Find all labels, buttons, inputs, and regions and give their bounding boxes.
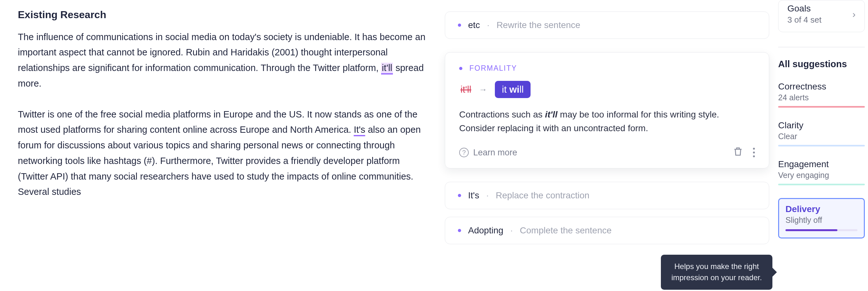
suggestion-hint: Complete the sentence bbox=[520, 225, 612, 236]
metric-clarity[interactable]: Clarity Clear bbox=[778, 120, 865, 147]
suggestion-hint: Rewrite the sentence bbox=[496, 20, 580, 30]
suggestion-hint: Replace the contraction bbox=[496, 190, 589, 201]
metric-delivery[interactable]: Delivery Slightly off bbox=[778, 198, 865, 238]
goals-subtitle: 3 of 4 set bbox=[787, 15, 822, 25]
highlight-itll[interactable]: it'll bbox=[381, 63, 393, 74]
replacement-chip[interactable]: it will bbox=[495, 81, 531, 98]
kebab-dot-icon bbox=[753, 152, 755, 154]
more-options-button[interactable] bbox=[753, 148, 755, 157]
goals-title: Goals bbox=[787, 3, 822, 14]
suggestion-word: Adopting bbox=[468, 225, 503, 236]
metric-title: Delivery bbox=[785, 204, 858, 214]
dismiss-button[interactable] bbox=[733, 146, 743, 159]
trash-icon bbox=[733, 146, 743, 157]
suggestion-card-its[interactable]: It's · Replace the contraction bbox=[445, 182, 769, 209]
metric-title: Correctness bbox=[778, 82, 865, 92]
category-label: FORMALITY bbox=[469, 64, 517, 73]
bullet-icon bbox=[458, 194, 461, 197]
p1-text-a: The influence of communications in socia… bbox=[18, 32, 425, 73]
metric-subtitle: Very engaging bbox=[778, 171, 865, 180]
kebab-dot-icon bbox=[753, 148, 755, 150]
bullet-icon bbox=[458, 229, 461, 232]
goals-card[interactable]: Goals 3 of 4 set › bbox=[778, 0, 865, 32]
suggestions-pane: etc · Rewrite the sentence FORMALITY it'… bbox=[445, 0, 769, 291]
original-text: it'll bbox=[460, 84, 471, 95]
metric-bar bbox=[785, 229, 858, 231]
metric-correctness[interactable]: Correctness 24 alerts bbox=[778, 82, 865, 108]
arrow-icon: → bbox=[479, 85, 487, 95]
bullet-icon bbox=[459, 67, 462, 70]
metric-subtitle: Slightly off bbox=[785, 216, 858, 225]
divider bbox=[778, 47, 865, 47]
section-heading: Existing Research bbox=[18, 6, 427, 24]
suggestion-word: It's bbox=[468, 190, 479, 201]
document-pane: Existing Research The influence of commu… bbox=[0, 0, 445, 291]
learn-more-link[interactable]: ? Learn more bbox=[459, 148, 517, 158]
metric-subtitle: 24 alerts bbox=[778, 93, 865, 102]
explanation-text: Contractions such as it'll may be too in… bbox=[459, 108, 755, 135]
metric-subtitle: Clear bbox=[778, 132, 865, 141]
metric-bar-fill bbox=[785, 229, 837, 231]
separator: · bbox=[510, 225, 513, 236]
suggestion-word: etc bbox=[468, 20, 480, 30]
chevron-right-icon: › bbox=[852, 9, 856, 20]
paragraph-1[interactable]: The influence of communications in socia… bbox=[18, 29, 427, 91]
metric-bar bbox=[778, 106, 865, 108]
paragraph-2[interactable]: Twitter is one of the free social media … bbox=[18, 107, 427, 200]
suggestion-card-etc[interactable]: etc · Rewrite the sentence bbox=[445, 11, 769, 39]
help-icon: ? bbox=[459, 148, 469, 157]
sidebar-pane: Goals 3 of 4 set › All suggestions Corre… bbox=[769, 0, 868, 291]
metric-title: Engagement bbox=[778, 159, 865, 169]
learn-more-label: Learn more bbox=[473, 148, 517, 158]
suggestion-card-adopting[interactable]: Adopting · Complete the sentence bbox=[445, 217, 769, 244]
metric-engagement[interactable]: Engagement Very engaging bbox=[778, 159, 865, 185]
metric-title: Clarity bbox=[778, 120, 865, 131]
metric-bar bbox=[778, 145, 865, 147]
suggestion-card-expanded: FORMALITY it'll → it will Contractions s… bbox=[445, 52, 769, 168]
all-suggestions-heading[interactable]: All suggestions bbox=[778, 59, 865, 69]
kebab-dot-icon bbox=[753, 155, 755, 157]
delivery-tooltip: Helps you make the right impression on y… bbox=[661, 255, 772, 290]
metric-bar bbox=[778, 184, 865, 185]
separator: · bbox=[486, 190, 489, 201]
bullet-icon bbox=[458, 24, 461, 27]
highlight-its[interactable]: It's bbox=[354, 125, 365, 136]
separator: · bbox=[487, 20, 490, 30]
